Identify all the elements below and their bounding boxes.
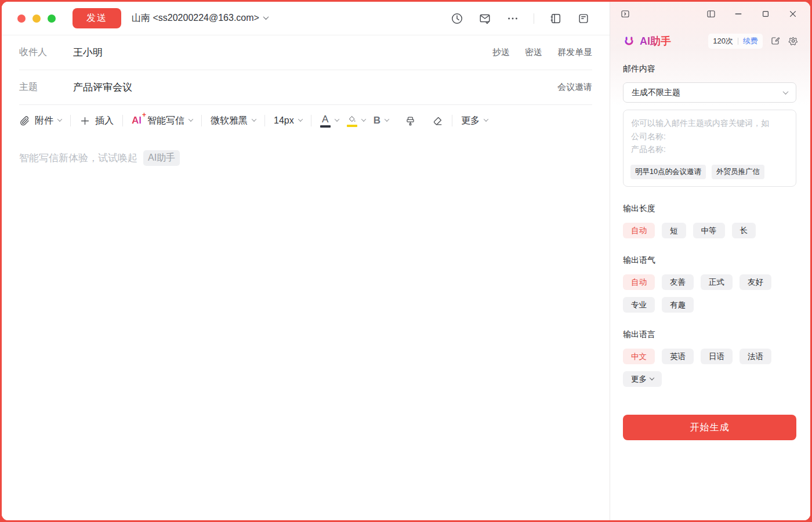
font-color-swatch <box>320 125 331 128</box>
paperclip-icon <box>19 115 30 126</box>
bold-letter: B <box>374 115 380 126</box>
chevron-down-icon <box>298 117 302 121</box>
schedule-send-icon[interactable] <box>450 12 463 25</box>
zoom-traffic-light[interactable] <box>48 14 56 23</box>
font-color-button[interactable]: A <box>320 114 339 128</box>
tone-option-professional[interactable]: 专业 <box>623 297 655 313</box>
editor-placeholder-text: 智能写信新体验，试试唤起 <box>19 151 137 165</box>
language-option-english[interactable]: 英语 <box>662 349 694 364</box>
suggestion-chip[interactable]: 外贸员推广信 <box>712 165 764 179</box>
mass-separate-link[interactable]: 群发单显 <box>557 47 592 58</box>
language-option-french[interactable]: 法语 <box>740 349 771 364</box>
sender-selector[interactable]: 山南 <ss20200224@163.com> <box>132 12 268 24</box>
length-option-medium[interactable]: 中等 <box>693 223 725 238</box>
font-size-select[interactable]: 14px <box>274 115 302 126</box>
ai-assistant-panel: AI助手 120次 续费 邮件内容 生成不限主题 <box>610 2 810 520</box>
traffic-lights <box>17 14 56 23</box>
ai-smart-write-button[interactable]: AI+ 智能写信 <box>132 115 193 127</box>
usage-pill: 120次 续费 <box>708 34 763 49</box>
divider <box>534 13 534 24</box>
contacts-icon[interactable] <box>549 12 562 25</box>
tone-option-friendly[interactable]: 友好 <box>740 274 771 290</box>
meeting-invite-link[interactable]: 会议邀请 <box>557 82 592 93</box>
mail-compose-window: 发送 山南 <ss20200224@163.com> <box>2 2 810 520</box>
chevron-down-icon <box>783 89 789 95</box>
suggestion-chips: 明早10点的会议邀请 外贸员推广信 <box>630 165 764 179</box>
smart-write-label: 智能写信 <box>147 115 184 127</box>
tone-options: 自动 友善 正式 友好 专业 有趣 <box>623 274 796 313</box>
font-family-select[interactable]: 微软雅黑 <box>211 115 256 127</box>
attachment-button[interactable]: 附件 <box>19 115 61 127</box>
topic-select[interactable]: 生成不限主题 <box>623 82 796 103</box>
chevron-down-icon <box>650 375 654 380</box>
output-length-label: 输出长度 <box>623 204 796 214</box>
generate-button[interactable]: 开始生成 <box>623 415 796 440</box>
ai-assistant-tag[interactable]: AI助手 <box>143 150 180 166</box>
new-draft-icon[interactable] <box>770 36 781 46</box>
toggle-sidebar-icon[interactable] <box>705 8 717 20</box>
mail-content-label: 邮件内容 <box>623 64 796 74</box>
close-icon[interactable] <box>787 8 799 20</box>
editor-placeholder: 智能写信新体验，试试唤起 AI助手 <box>19 150 592 166</box>
divider <box>738 38 738 45</box>
insert-label: 插入 <box>95 115 114 127</box>
tone-option-fun[interactable]: 有趣 <box>662 297 694 313</box>
suggestion-chip[interactable]: 明早10点的会议邀请 <box>630 165 706 179</box>
keywords-input-box: 明早10点的会议邀请 外贸员推广信 <box>623 110 796 187</box>
plus-badge: + <box>142 111 146 119</box>
language-option-chinese[interactable]: 中文 <box>623 349 655 364</box>
more-options-icon[interactable] <box>506 12 519 25</box>
language-option-more[interactable]: 更多 <box>623 371 662 387</box>
recipient-value[interactable]: 王小明 <box>73 46 103 59</box>
subject-label: 主题 <box>19 81 73 93</box>
minimize-traffic-light[interactable] <box>32 14 41 23</box>
language-option-japanese[interactable]: 日语 <box>701 349 733 364</box>
panel-title: AI助手 <box>640 34 671 48</box>
collapse-panel-icon[interactable] <box>619 8 631 20</box>
insert-button[interactable]: 插入 <box>79 115 114 127</box>
save-draft-icon[interactable] <box>478 12 491 25</box>
length-options: 自动 短 中等 长 <box>623 223 796 238</box>
close-traffic-light[interactable] <box>17 14 26 23</box>
formatting-toolbar: 附件 插入 AI+ 智能写信 微软雅黑 14px <box>2 105 610 136</box>
mail-body-editor[interactable]: 智能写信新体验，试试唤起 AI助手 <box>2 136 610 520</box>
clear-format-button[interactable] <box>432 115 443 126</box>
divider <box>201 115 202 126</box>
length-option-auto[interactable]: 自动 <box>623 223 655 238</box>
panel-header: AI助手 120次 续费 <box>610 26 810 49</box>
panel-window-bar <box>610 2 810 26</box>
bold-button[interactable]: B <box>374 115 389 126</box>
paint-bucket-icon <box>347 115 357 124</box>
length-option-long[interactable]: 长 <box>732 223 756 238</box>
sender-address: 山南 <ss20200224@163.com> <box>132 12 259 24</box>
eraser-icon <box>432 115 443 126</box>
chevron-down-icon <box>385 117 389 121</box>
format-painter-button[interactable] <box>405 115 416 126</box>
compose-area: 发送 山南 <ss20200224@163.com> <box>2 2 610 520</box>
bcc-link[interactable]: 密送 <box>525 47 542 58</box>
notes-icon[interactable] <box>577 12 590 25</box>
settings-gear-icon[interactable] <box>788 36 799 46</box>
font-size-value: 14px <box>274 115 294 126</box>
panel-content: 邮件内容 生成不限主题 明早10点的会议邀请 外贸员推广信 输出长度 自动 短 … <box>610 49 810 520</box>
tone-option-kind[interactable]: 友善 <box>662 274 694 290</box>
language-options: 中文 英语 日语 法语 更多 <box>623 349 796 387</box>
cc-link[interactable]: 抄送 <box>492 47 510 58</box>
ai-assistant-logo-icon <box>623 35 635 48</box>
tone-option-formal[interactable]: 正式 <box>701 274 733 290</box>
maximize-icon[interactable] <box>760 8 771 20</box>
topic-select-value: 生成不限主题 <box>632 88 680 98</box>
chevron-down-icon <box>334 117 339 121</box>
more-tools-button[interactable]: 更多 <box>461 115 488 127</box>
minimize-icon[interactable] <box>733 8 744 20</box>
tone-option-auto[interactable]: 自动 <box>623 274 655 290</box>
font-color-letter: A <box>322 114 328 124</box>
highlight-color-button[interactable] <box>347 115 365 127</box>
keywords-textarea[interactable] <box>624 110 796 157</box>
send-button[interactable]: 发送 <box>72 8 121 28</box>
usage-count: 120次 <box>713 36 733 46</box>
renew-link[interactable]: 续费 <box>743 36 758 46</box>
subject-value[interactable]: 产品评审会议 <box>73 81 132 94</box>
length-option-short[interactable]: 短 <box>662 223 686 238</box>
more-tools-label: 更多 <box>461 115 480 127</box>
